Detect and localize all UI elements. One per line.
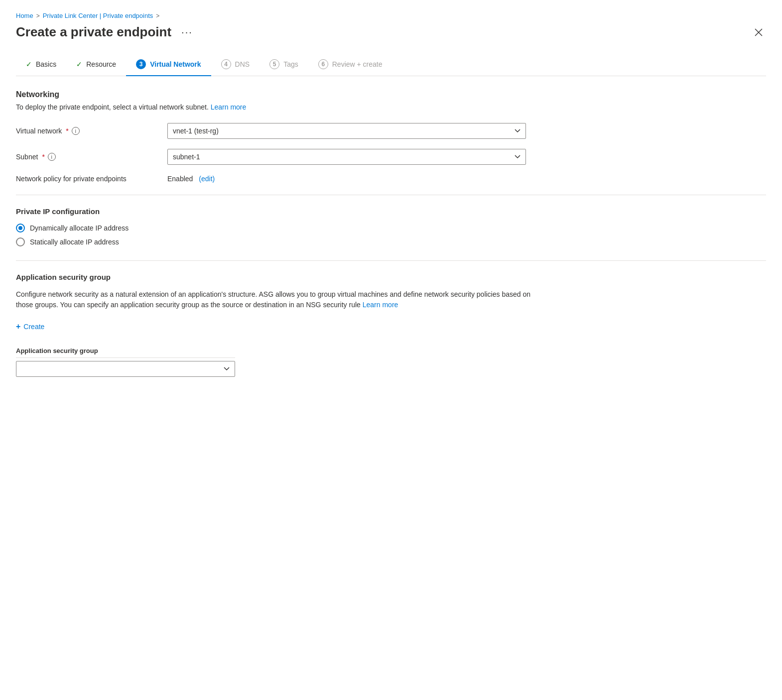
more-options-button[interactable]: ···: [177, 24, 197, 40]
asg-table-header: Application security group: [16, 343, 235, 358]
breadcrumb: Home > Private Link Center | Private end…: [16, 8, 766, 19]
breadcrumb-sep2: >: [156, 12, 159, 19]
wizard-tabs: ✓ Basics ✓ Resource 3 Virtual Network 4 …: [16, 54, 766, 76]
tab-tags[interactable]: 5 Tags: [260, 54, 308, 76]
tab-label-tags: Tags: [283, 60, 298, 68]
virtual-network-control: vnet-1 (test-rg): [167, 123, 526, 139]
plus-icon: +: [16, 322, 20, 331]
asg-table-container: Application security group: [16, 343, 235, 377]
tab-label-vnet: Virtual Network: [150, 60, 201, 68]
tab-basics[interactable]: ✓ Basics: [16, 55, 66, 75]
tab-check-basics: ✓: [26, 60, 32, 68]
subnet-row: Subnet * i subnet-1: [16, 149, 766, 165]
divider-1: [16, 195, 766, 195]
radio-dynamic-input[interactable]: [16, 224, 25, 233]
radio-static-input[interactable]: [16, 237, 25, 246]
subnet-control: subnet-1: [167, 149, 526, 165]
tab-circle-review: 6: [318, 59, 328, 69]
main-content: Networking To deploy the private endpoin…: [16, 90, 766, 377]
tab-circle-tags: 5: [269, 59, 279, 69]
asg-dropdown[interactable]: [16, 361, 235, 377]
tab-label-review: Review + create: [332, 60, 383, 68]
subnet-label: Subnet * i: [16, 153, 155, 161]
networking-description: To deploy the private endpoint, select a…: [16, 103, 766, 111]
network-policy-row: Network policy for private endpoints Ena…: [16, 175, 766, 183]
ip-config-radio-group: Dynamically allocate IP address Statical…: [16, 224, 766, 246]
breadcrumb-private-link[interactable]: Private Link Center | Private endpoints: [43, 12, 153, 19]
virtual-network-label: Virtual network * i: [16, 127, 155, 135]
radio-dynamic-label: Dynamically allocate IP address: [30, 224, 129, 232]
close-icon: [754, 28, 763, 37]
subnet-info-icon[interactable]: i: [48, 153, 56, 161]
radio-dynamic-dot: [18, 226, 22, 230]
asg-dropdown-row: [16, 361, 235, 377]
tab-review-create[interactable]: 6 Review + create: [308, 54, 392, 76]
asg-description: Configure network security as a natural …: [16, 289, 539, 310]
vnet-required-star: *: [66, 127, 68, 135]
close-button[interactable]: [751, 25, 766, 40]
asg-learn-more[interactable]: Learn more: [363, 301, 398, 309]
page-title-row: Create a private endpoint ···: [16, 24, 197, 40]
page-header: Create a private endpoint ···: [16, 24, 766, 40]
radio-static[interactable]: Statically allocate IP address: [16, 237, 766, 246]
tab-virtual-network[interactable]: 3 Virtual Network: [126, 54, 211, 76]
tab-check-resource: ✓: [76, 60, 82, 68]
asg-section-title: Application security group: [16, 273, 766, 281]
tab-resource[interactable]: ✓ Resource: [66, 55, 126, 75]
breadcrumb-sep1: >: [36, 12, 40, 19]
create-asg-button[interactable]: + Create: [16, 320, 44, 333]
private-ip-section-title: Private IP configuration: [16, 207, 766, 216]
network-policy-edit[interactable]: (edit): [199, 175, 215, 183]
networking-section-title: Networking: [16, 90, 766, 99]
breadcrumb-home[interactable]: Home: [16, 12, 33, 19]
tab-label-basics: Basics: [36, 60, 56, 68]
page-title: Create a private endpoint: [16, 24, 171, 40]
subnet-dropdown[interactable]: subnet-1: [167, 149, 526, 165]
virtual-network-row: Virtual network * i vnet-1 (test-rg): [16, 123, 766, 139]
tab-circle-vnet: 3: [136, 59, 146, 69]
tab-dns[interactable]: 4 DNS: [211, 54, 260, 76]
radio-dynamic[interactable]: Dynamically allocate IP address: [16, 224, 766, 233]
subnet-required-star: *: [42, 153, 44, 161]
vnet-info-icon[interactable]: i: [72, 127, 80, 135]
tab-label-dns: DNS: [235, 60, 250, 68]
network-policy-label: Network policy for private endpoints: [16, 175, 155, 183]
divider-2: [16, 260, 766, 261]
radio-static-label: Statically allocate IP address: [30, 238, 119, 246]
network-policy-value: Enabled: [167, 175, 193, 183]
virtual-network-dropdown[interactable]: vnet-1 (test-rg): [167, 123, 526, 139]
networking-learn-more[interactable]: Learn more: [211, 103, 247, 111]
tab-circle-dns: 4: [221, 59, 231, 69]
network-policy-value-container: Enabled (edit): [167, 175, 215, 183]
tab-label-resource: Resource: [86, 60, 116, 68]
create-asg-label: Create: [23, 323, 44, 331]
